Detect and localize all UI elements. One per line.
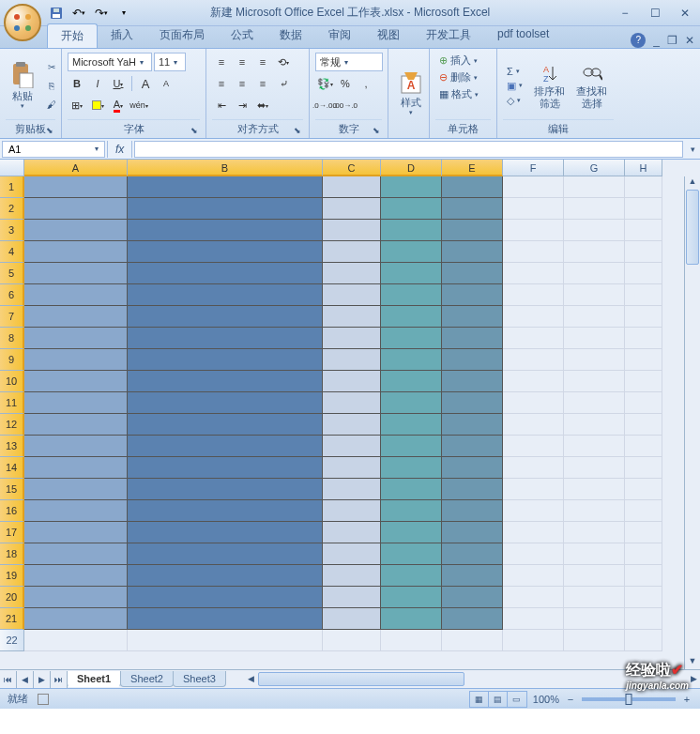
cell[interactable] xyxy=(564,436,625,457)
maximize-button[interactable]: ☐ xyxy=(640,2,670,24)
cell[interactable] xyxy=(128,565,323,587)
office-button[interactable] xyxy=(4,4,41,41)
border-button[interactable]: ⊞▾ xyxy=(68,96,86,115)
increase-decimal-button[interactable]: .0→.00 xyxy=(315,96,334,115)
cell[interactable] xyxy=(564,392,625,414)
cell[interactable] xyxy=(442,176,503,198)
cell[interactable] xyxy=(625,587,662,608)
cell[interactable] xyxy=(381,565,442,587)
row-header-7[interactable]: 7 xyxy=(0,306,24,328)
cell[interactable] xyxy=(442,328,503,349)
cell[interactable] xyxy=(442,263,503,284)
cell[interactable] xyxy=(323,414,381,436)
formula-expand-icon[interactable]: ▾ xyxy=(685,145,700,154)
cell[interactable] xyxy=(323,587,381,608)
cell[interactable] xyxy=(381,543,442,565)
cell[interactable] xyxy=(564,328,625,349)
cell[interactable] xyxy=(564,565,625,587)
col-header-E[interactable]: E xyxy=(442,160,503,176)
ribbon-tab-8[interactable]: pdf toolset xyxy=(484,23,562,48)
cell[interactable] xyxy=(381,284,442,306)
sheet-tab-Sheet2[interactable]: Sheet2 xyxy=(120,671,174,687)
row-header-9[interactable]: 9 xyxy=(0,349,24,371)
save-icon[interactable] xyxy=(47,4,66,23)
view-layout-icon[interactable]: ▤ xyxy=(489,692,508,707)
cell[interactable] xyxy=(503,176,564,198)
cell[interactable] xyxy=(323,608,381,630)
cell[interactable] xyxy=(503,414,564,436)
cell[interactable] xyxy=(128,436,323,457)
insert-cells-button[interactable]: ⊕插入▾ xyxy=(435,53,491,69)
cell[interactable] xyxy=(564,371,625,392)
ribbon-tab-5[interactable]: 审阅 xyxy=(315,23,364,48)
font-launcher-icon[interactable]: ⬊ xyxy=(189,125,200,136)
cell[interactable] xyxy=(323,241,381,263)
cell[interactable] xyxy=(381,198,442,220)
cell[interactable] xyxy=(625,457,662,479)
cell[interactable] xyxy=(381,630,442,651)
row-header-3[interactable]: 3 xyxy=(0,220,24,241)
cell[interactable] xyxy=(323,630,381,651)
ribbon-tab-7[interactable]: 开发工具 xyxy=(413,23,484,48)
cell[interactable] xyxy=(323,306,381,328)
cell[interactable] xyxy=(24,565,128,587)
cell[interactable] xyxy=(381,608,442,630)
row-header-14[interactable]: 14 xyxy=(0,457,24,479)
cell[interactable] xyxy=(128,198,323,220)
align-middle-button[interactable]: ≡ xyxy=(233,53,251,71)
comma-button[interactable]: , xyxy=(357,74,375,93)
cell[interactable] xyxy=(503,349,564,371)
col-header-C[interactable]: C xyxy=(323,160,381,176)
row-header-16[interactable]: 16 xyxy=(0,500,24,522)
italic-button[interactable]: I xyxy=(88,74,107,93)
paste-button[interactable]: 粘贴 ▾ xyxy=(6,53,39,119)
orientation-button[interactable]: ⟲▾ xyxy=(274,53,293,71)
increase-indent-button[interactable]: ⇥ xyxy=(233,96,251,115)
cell[interactable] xyxy=(564,630,625,651)
ribbon-tab-2[interactable]: 页面布局 xyxy=(146,23,218,48)
cell[interactable] xyxy=(323,328,381,349)
tab-last-icon[interactable]: ⏭ xyxy=(51,671,68,688)
sheet-tab-Sheet3[interactable]: Sheet3 xyxy=(173,671,226,687)
row-header-8[interactable]: 8 xyxy=(0,328,24,349)
select-all-corner[interactable] xyxy=(0,160,24,176)
ribbon-tab-4[interactable]: 数据 xyxy=(266,23,315,48)
cell[interactable] xyxy=(503,436,564,457)
cell[interactable] xyxy=(24,500,128,522)
cell[interactable] xyxy=(442,522,503,543)
col-header-G[interactable]: G xyxy=(564,160,625,176)
cell[interactable] xyxy=(323,176,381,198)
formula-input[interactable] xyxy=(134,141,683,158)
cell[interactable] xyxy=(625,306,662,328)
align-center-button[interactable]: ≡ xyxy=(233,74,251,93)
row-header-19[interactable]: 19 xyxy=(0,565,24,587)
tab-next-icon[interactable]: ▶ xyxy=(34,671,51,688)
bold-button[interactable]: B xyxy=(68,74,86,93)
cell[interactable] xyxy=(564,241,625,263)
cell[interactable] xyxy=(381,587,442,608)
cell[interactable] xyxy=(564,608,625,630)
cell[interactable] xyxy=(128,414,323,436)
cut-icon[interactable]: ✂ xyxy=(43,59,60,76)
cell[interactable] xyxy=(503,241,564,263)
format-cells-button[interactable]: ▦格式▾ xyxy=(435,86,491,102)
row-header-1[interactable]: 1 xyxy=(0,176,24,198)
mdi-close-button[interactable]: ✕ xyxy=(685,34,694,47)
cell[interactable] xyxy=(128,392,323,414)
cell[interactable] xyxy=(442,284,503,306)
mdi-minimize-button[interactable]: _ xyxy=(653,34,660,47)
row-header-18[interactable]: 18 xyxy=(0,543,24,565)
cell[interactable] xyxy=(564,306,625,328)
cell[interactable] xyxy=(128,349,323,371)
number-format-combo[interactable]: 常规▾ xyxy=(315,53,383,71)
cell[interactable] xyxy=(128,500,323,522)
cell[interactable] xyxy=(24,479,128,500)
cell-grid[interactable] xyxy=(24,176,662,651)
cell[interactable] xyxy=(503,263,564,284)
cell[interactable] xyxy=(442,479,503,500)
macro-record-icon[interactable] xyxy=(38,694,49,705)
cell[interactable] xyxy=(381,457,442,479)
help-icon[interactable]: ? xyxy=(631,33,646,48)
tab-first-icon[interactable]: ⏮ xyxy=(0,671,17,688)
cell[interactable] xyxy=(564,587,625,608)
